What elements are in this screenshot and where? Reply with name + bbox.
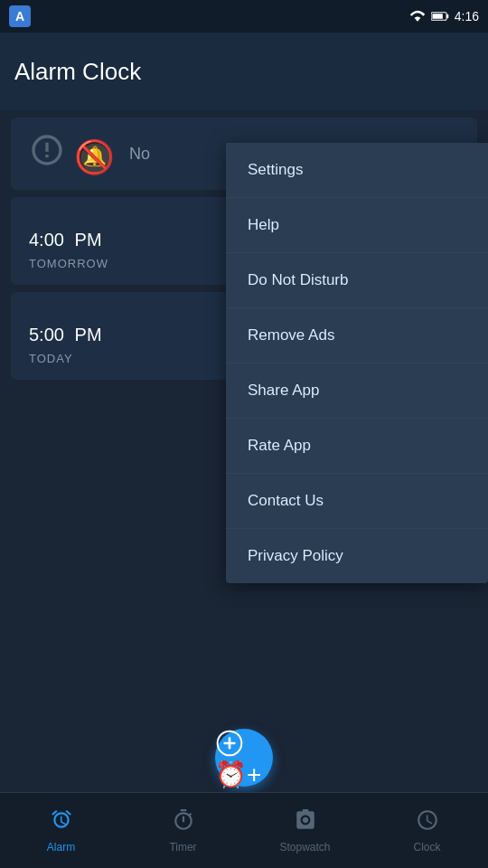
status-bar: A 4:16 [0,0,488,33]
main-content: 🔕 No 4:00 PM TOMORROW 5:00 PM TODAY [0,110,488,868]
svg-rect-1 [446,14,448,18]
menu-item-rate-app[interactable]: Rate App [226,419,488,474]
menu-item-do-not-disturb[interactable]: Do Not Disturb [226,253,488,308]
wifi-icon [409,10,426,23]
header: Alarm Clock [0,33,488,110]
a-icon: A [9,5,31,27]
status-time: 4:16 [455,9,479,24]
menu-item-help[interactable]: Help [226,198,488,253]
menu-item-settings[interactable]: Settings [226,143,488,198]
menu-item-privacy-policy[interactable]: Privacy Policy [226,529,488,583]
svg-rect-2 [432,14,442,19]
status-bar-left: A [9,5,31,27]
menu-item-contact-us[interactable]: Contact Us [226,474,488,529]
status-bar-right: 4:16 [409,9,479,24]
content-wrapper: Alarm Clock 🔕 No 4:00 [0,33,488,868]
battery-icon [431,11,449,22]
dropdown-overlay: Settings Help Do Not Disturb Remove Ads … [0,110,488,868]
menu-item-share-app[interactable]: Share App [226,363,488,419]
menu-item-remove-ads[interactable]: Remove Ads [226,308,488,363]
dropdown-menu: Settings Help Do Not Disturb Remove Ads … [226,143,488,583]
page-title: Alarm Clock [14,58,141,86]
